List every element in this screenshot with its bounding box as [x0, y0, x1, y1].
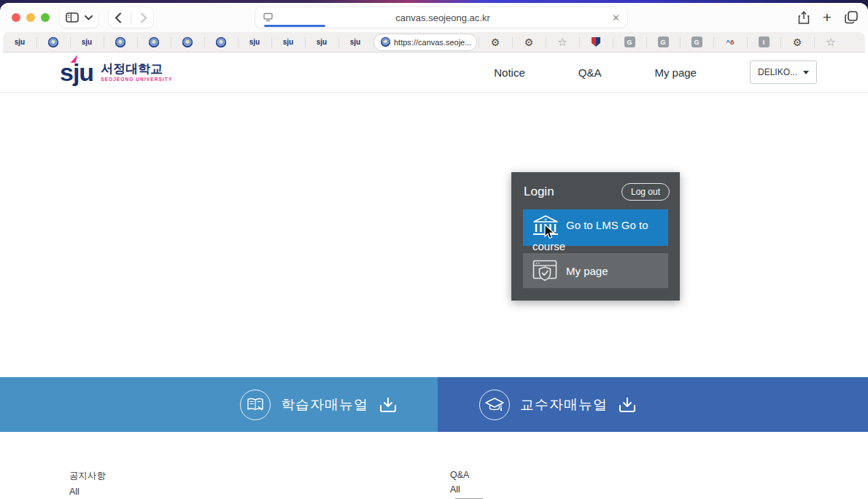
website-settings-icon[interactable]	[263, 12, 274, 23]
window-controls	[12, 13, 50, 22]
university-emblem-icon	[216, 37, 226, 47]
university-emblem-icon	[381, 37, 390, 47]
bookmarks-bar: sju sju sju sju sju sju https://canvas.s…	[3, 32, 865, 53]
crest-shield-icon	[592, 37, 600, 47]
sju-logo[interactable]: sju 서정대학교 SEOJEONG UNIVERSITY	[60, 60, 172, 85]
g-square-icon: G	[691, 36, 702, 47]
stop-loading-button[interactable]: ✕	[612, 12, 620, 23]
bookmark-sju[interactable]: sju	[338, 35, 372, 50]
forward-button[interactable]	[140, 12, 147, 23]
bookmark-sju[interactable]: sju	[70, 35, 104, 50]
manual-banners: 학습자매뉴얼 교수자매뉴얼	[0, 377, 868, 432]
i-square-icon: I	[759, 36, 770, 47]
bookmark-combo[interactable]: ^ö	[713, 35, 747, 50]
footer-lists: 공지사항 All 공지 Q&A All	[0, 432, 868, 499]
university-emblem-icon	[149, 37, 159, 47]
divider	[131, 12, 131, 23]
university-emblem-icon	[48, 37, 58, 47]
bookmark-crest[interactable]	[579, 35, 613, 50]
bookmark-g[interactable]: G	[613, 35, 646, 50]
bookmark-emblem[interactable]	[204, 35, 238, 50]
bookmark-gear[interactable]: ⚙	[512, 35, 546, 50]
qna-section: Q&A All	[450, 470, 483, 499]
logo-english-name: SEOJEONG UNIVERSITY	[101, 77, 172, 82]
sidebar-toggle-group[interactable]	[60, 7, 98, 28]
mouse-cursor	[544, 224, 555, 239]
browser-toolbar: canvas.seojeong.ac.kr ✕ +	[0, 3, 868, 32]
notice-tab-all[interactable]: All	[69, 487, 106, 497]
panel-my-page-label: My page	[566, 265, 608, 277]
panel-my-page-button[interactable]: My page	[523, 253, 668, 288]
header-nav: Notice Q&A My page DELIKO...	[494, 61, 817, 84]
nav-mypage[interactable]: My page	[654, 66, 697, 79]
notice-section-title: 공지사항	[69, 470, 106, 482]
bookmark-emblem[interactable]	[36, 35, 70, 50]
bookmark-star[interactable]: ☆	[546, 35, 579, 50]
nav-qna[interactable]: Q&A	[578, 66, 602, 79]
gear-icon: ⚙	[491, 37, 500, 47]
history-nav-group	[109, 7, 153, 28]
bookmark-star[interactable]: ☆	[814, 35, 848, 50]
bookmark-g[interactable]: G	[646, 35, 680, 50]
graduation-cap-icon	[479, 390, 510, 420]
star-icon: ☆	[557, 36, 567, 47]
university-emblem-icon	[182, 37, 193, 47]
logout-button[interactable]: Log out	[621, 183, 670, 201]
bookmark-emblem[interactable]	[104, 35, 137, 50]
notice-section: 공지사항 All 공지	[69, 470, 106, 499]
star-icon: ☆	[826, 36, 835, 47]
chevron-down-icon[interactable]	[85, 15, 93, 20]
account-dropdown[interactable]: DELIKO...	[750, 61, 817, 84]
login-panel: Login Log out Go to LMS Go to course My …	[511, 172, 680, 301]
bookmark-canvas-active[interactable]: https://canvas.seoje...	[373, 34, 477, 51]
bookmark-sju[interactable]: sju	[271, 35, 305, 50]
qna-tab-all[interactable]: All	[450, 484, 483, 495]
bookmark-sju[interactable]: sju	[305, 35, 338, 50]
address-bar[interactable]: canvas.seojeong.ac.kr ✕	[255, 7, 627, 28]
logo-korean-name: 서정대학교	[101, 63, 172, 77]
gear-icon: ⚙	[524, 37, 534, 47]
bookmark-emblem[interactable]	[171, 35, 204, 50]
instructor-manual-banner[interactable]: 교수자매뉴얼	[438, 377, 868, 432]
open-book-icon	[240, 390, 271, 420]
download-icon[interactable]	[379, 396, 398, 414]
login-title: Login	[524, 185, 554, 199]
new-tab-button[interactable]: +	[823, 9, 832, 26]
tab-overview-icon[interactable]	[845, 11, 858, 24]
g-square-icon: G	[624, 36, 635, 47]
g-square-icon: G	[658, 36, 669, 47]
toolbar-right-buttons: +	[798, 7, 858, 28]
url-text[interactable]: canvas.seojeong.ac.kr	[274, 12, 612, 23]
close-window-button[interactable]	[12, 13, 20, 22]
download-icon[interactable]	[618, 396, 637, 414]
bookmark-sju[interactable]: sju	[238, 35, 271, 50]
minimize-window-button[interactable]	[26, 13, 35, 22]
sidebar-icon[interactable]	[66, 12, 79, 23]
back-button[interactable]	[115, 12, 122, 23]
qna-section-title: Q&A	[450, 470, 483, 480]
bookmark-gear[interactable]: ⚙	[478, 35, 512, 50]
page-load-progress-bar	[264, 25, 325, 27]
bookmark-sju[interactable]: sju	[3, 35, 36, 50]
learner-manual-label: 학습자매뉴얼	[281, 395, 368, 414]
bookmark-emblem[interactable]	[137, 35, 171, 50]
instructor-manual-label: 교수자매뉴얼	[520, 395, 608, 414]
gear-icon: ⚙	[793, 37, 802, 47]
learner-manual-banner[interactable]: 학습자매뉴얼	[0, 377, 438, 432]
share-icon[interactable]	[798, 11, 810, 25]
site-header: sju 서정대학교 SEOJEONG UNIVERSITY Notice Q&A…	[0, 53, 868, 93]
caret-down-icon	[803, 71, 809, 74]
window-shield-icon	[532, 260, 557, 282]
university-emblem-icon	[115, 37, 125, 47]
bookmark-i[interactable]: I	[747, 35, 780, 50]
bookmark-g[interactable]: G	[680, 35, 713, 50]
zoom-window-button[interactable]	[41, 13, 50, 22]
nav-notice[interactable]: Notice	[494, 66, 525, 79]
bookmark-gear[interactable]: ⚙	[780, 35, 814, 50]
browser-window: canvas.seojeong.ac.kr ✕ + sju sju sju sj…	[0, 3, 868, 499]
